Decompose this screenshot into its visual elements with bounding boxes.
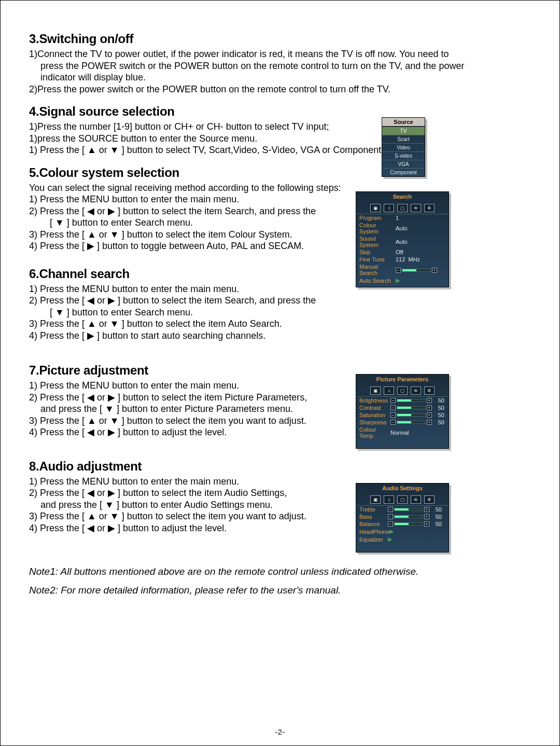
osd-icon: ♫ <box>384 204 394 212</box>
osd-picture-sharpness: Sharpness −+ 50 <box>356 419 449 426</box>
signal-line-1: 1)Press the number [1-9] button or CH+ o… <box>29 121 392 133</box>
channel-line-5: 4) Press the [ ▶ ] button to start auto … <box>29 330 361 342</box>
osd-source-item-video: Video <box>382 143 425 151</box>
switching-line-2: press the POWER switch or the POWER butt… <box>29 60 527 72</box>
osd-search-auto: Auto Search ▶ <box>356 277 449 287</box>
channel-line-3: [ ▼ ] button to enter Search menu. <box>29 307 361 319</box>
picture-line-1: 1) Press the MENU button to enter the ma… <box>29 380 361 392</box>
osd-source-title: Source <box>382 118 425 127</box>
colour-intro: You can select the signal receiving meth… <box>29 182 361 194</box>
signal-line-3: 1) Press the [ ▲ or ▼ ] button to select… <box>29 144 392 156</box>
osd-picture-saturation: Saturation −+ 50 <box>356 411 449 419</box>
osd-search-coloursystem: Colour System Auto <box>356 222 449 235</box>
osd-search-icons: ▣ ♫ ▢ ≋ ✲ <box>356 201 449 214</box>
picture-line-3: and press the [ ▼ ] button to enter Pict… <box>29 403 361 415</box>
osd-search-finetune: Fine Tune 112 MHz <box>356 256 449 263</box>
osd-icon: ✲ <box>424 204 435 212</box>
osd-icon: ▣ <box>370 495 381 504</box>
osd-source-item-component: Component <box>382 168 425 176</box>
switching-line-4: 2)Press the power switch or the POWER bu… <box>29 84 527 95</box>
osd-source-item-scart: Scart <box>382 135 425 143</box>
section-audio: 8.Audio adjustment 1) Press the MENU but… <box>29 459 361 534</box>
switching-line-3: indicator will display blue. <box>29 72 527 84</box>
osd-audio-bass: Bass −+ 50 <box>356 513 449 520</box>
osd-picture: Picture Parameters ▣ ♫ ▢ ≋ ✲ Britghtness… <box>356 374 449 449</box>
audio-line-1: 1) Press the MENU button to enter the ma… <box>29 476 361 488</box>
colour-line-2: 2) Press the [ ◀ or ▶ ] button to select… <box>29 205 361 217</box>
arrow-right-icon: ▶ <box>396 277 445 284</box>
osd-search-program: Program 1 <box>356 214 449 222</box>
section-colour: 5.Colour system selection You can select… <box>29 165 361 252</box>
osd-icon: ✲ <box>424 495 435 504</box>
osd-picture-contrast: Contrast −+ 50 <box>356 404 449 411</box>
osd-audio-equalizer: Equalizer ▶ <box>356 535 449 552</box>
audio-line-2: 2) Press the [ ◀ or ▶ ] button to select… <box>29 487 361 499</box>
osd-audio-title: Audio Settings <box>356 483 449 493</box>
audio-line-3: and press the [ ▼ ] button to enter Audi… <box>29 499 361 511</box>
osd-search: Search ▣ ♫ ▢ ≋ ✲ Program 1 Colour System… <box>356 191 449 287</box>
section-switching: 3.Switching on/off 1)Connect the TV to p… <box>29 32 527 95</box>
audio-line-4: 3) Press the [ ▲ or ▼ ] button to select… <box>29 510 361 522</box>
osd-source-item-vga: VGA <box>382 160 425 168</box>
notes: Note1: All buttons mentioned above are o… <box>29 566 527 596</box>
picture-line-4: 3) Press the [ ▲ or ▼ ] button to select… <box>29 415 361 427</box>
section-picture: 7.Picture adjustment 1) Press the MENU b… <box>29 363 361 438</box>
osd-icon: ▢ <box>397 204 408 212</box>
heading-switching: 3.Switching on/off <box>29 32 527 46</box>
osd-icon: ▣ <box>370 386 381 395</box>
channel-line-4: 3) Press the [ ▲ or ▼ ] button to select… <box>29 318 361 330</box>
osd-search-skip: Skip Off <box>356 248 449 256</box>
picture-line-2: 2) Press the [ ◀ or ▶ ] button to select… <box>29 392 361 404</box>
audio-line-5: 4) Press the [ ◀ or ▶ ] button to adjust… <box>29 522 361 534</box>
osd-icon: ≋ <box>411 495 421 504</box>
osd-icon: ≋ <box>411 386 421 395</box>
switching-line-1: 1)Connect the TV to power outlet, if the… <box>29 48 527 60</box>
osd-icon: ✲ <box>424 386 435 395</box>
osd-icon: ▣ <box>370 204 381 212</box>
osd-icon: ≋ <box>411 204 421 212</box>
osd-icon: ▢ <box>397 386 408 395</box>
heading-audio: 8.Audio adjustment <box>29 459 361 474</box>
arrow-right-icon: ▶ <box>389 528 445 535</box>
osd-search-soundsystem: Sound System Auto <box>356 235 449 248</box>
picture-line-5: 4) Press the [ ◀ or ▶ ] button to adjust… <box>29 426 361 438</box>
osd-audio-icons: ▣ ♫ ▢ ≋ ✲ <box>356 493 449 506</box>
colour-line-1: 1) Press the MENU button to enter the ma… <box>29 194 361 205</box>
note-1: Note1: All buttons mentioned above are o… <box>29 566 527 577</box>
osd-picture-brightness: Britghtness −+ 50 <box>356 397 449 404</box>
section-signal: 4.Signal source selection 1)Press the nu… <box>29 104 392 156</box>
note-2: Note2: For more detailed information, pl… <box>29 585 527 596</box>
heading-colour: 5.Colour system selection <box>29 165 361 180</box>
section-channel: 6.Channel search 1) Press the MENU butto… <box>29 267 361 342</box>
colour-line-3: [ ▼ ] button to enter Search menu. <box>29 217 361 229</box>
osd-icon: ♫ <box>384 386 394 395</box>
osd-audio: Audio Settings ▣ ♫ ▢ ≋ ✲ Treble −+ 50 Ba… <box>356 483 449 552</box>
osd-picture-title: Picture Parameters <box>356 375 449 384</box>
osd-source-item-svideo: S-video <box>382 151 425 160</box>
osd-audio-headphone: HeadPhone ▶ <box>356 528 449 535</box>
osd-audio-treble: Treble −+ 50 <box>356 506 449 513</box>
osd-source: Source TV Scart Video S-video VGA Compon… <box>382 117 425 177</box>
heading-signal: 4.Signal source selection <box>29 104 392 119</box>
osd-search-manual: Manual Search −+ <box>356 263 449 277</box>
osd-source-item-tv: TV <box>382 127 425 135</box>
signal-line-2: 1)press the SOURCE button to enter the S… <box>29 133 392 145</box>
colour-line-4: 3) Press the [ ▲ or ▼ ] button to select… <box>29 229 361 241</box>
colour-line-5: 4) Press the [ ▶ ] button to toggle betw… <box>29 240 361 252</box>
osd-picture-colourtemp: Colour Temp Normal <box>356 426 449 448</box>
page-number: -2- <box>1 727 559 736</box>
arrow-right-icon: ▶ <box>388 536 445 543</box>
channel-line-2: 2) Press the [ ◀ or ▶ ] button to select… <box>29 295 361 307</box>
osd-audio-balance: Balance −+ 50 <box>356 520 449 528</box>
osd-picture-icons: ▣ ♫ ▢ ≋ ✲ <box>356 384 449 397</box>
heading-channel: 6.Channel search <box>29 267 361 281</box>
channel-line-1: 1) Press the MENU button to enter the ma… <box>29 283 361 295</box>
osd-icon: ▢ <box>397 495 408 504</box>
heading-picture: 7.Picture adjustment <box>29 363 361 378</box>
osd-search-title: Search <box>356 192 449 201</box>
osd-icon: ♫ <box>384 495 394 504</box>
